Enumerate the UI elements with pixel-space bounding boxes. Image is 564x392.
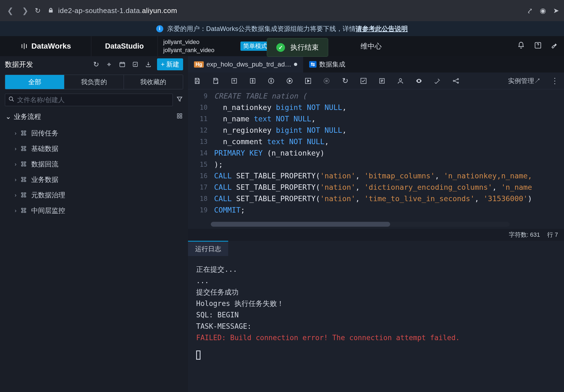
status-row: 行 7 <box>547 231 558 239</box>
save-icon[interactable] <box>193 77 202 84</box>
import-icon[interactable] <box>144 60 153 69</box>
mode-chip[interactable]: 简单模式 <box>240 42 270 51</box>
reload2-icon[interactable]: ↻ <box>341 76 349 85</box>
tools-icon[interactable] <box>433 77 442 84</box>
run-icon[interactable] <box>285 77 294 84</box>
cost-icon[interactable] <box>267 77 275 84</box>
tree-item[interactable]: ›元数据治理 <box>0 187 188 203</box>
instance-link[interactable]: 实例管理↗ <box>508 77 541 85</box>
tree-item-label: 中间层监控 <box>31 206 65 215</box>
search-input[interactable] <box>17 96 169 104</box>
eye-icon[interactable] <box>415 77 423 84</box>
back-arrow-icon[interactable]: ❮ <box>5 6 15 15</box>
grid-icon[interactable] <box>177 113 183 121</box>
share-icon[interactable]: ⤤ <box>527 7 533 15</box>
notice-link[interactable]: 请参考此公告说明 <box>356 25 408 32</box>
chevron-right-icon: › <box>15 207 17 214</box>
studio-name[interactable]: DataStudio <box>91 36 158 56</box>
svg-rect-1 <box>120 62 125 67</box>
tab-mine[interactable]: 我负责的 <box>64 75 123 89</box>
submit-icon[interactable] <box>230 77 239 84</box>
tree-item[interactable]: ›回传任务 <box>0 125 188 141</box>
search-row <box>5 94 183 106</box>
editor-area: Hg exp_holo_dws_pub_trd_ad… ⇆ 数据集成 ↻ <box>188 56 564 392</box>
sidebar: 数据开发 ↻ ⌖ + 新建 全部 我负责的 <box>0 56 188 392</box>
tab-fav[interactable]: 我收藏的 <box>124 75 183 89</box>
help-icon[interactable] <box>534 42 542 51</box>
workflow-icon <box>20 130 27 137</box>
info-icon: i <box>156 25 163 32</box>
send-icon[interactable]: ➤ <box>553 7 559 15</box>
console-line: FAILED: Build connection error! The conn… <box>196 332 556 343</box>
file-tab-2-label: 数据集成 <box>319 60 345 69</box>
tree-list: ›回传任务›基础数据›数据回流›业务数据›元数据治理›中间层监控 <box>0 125 188 219</box>
commit-icon[interactable] <box>248 77 257 84</box>
console-line: SQL: BEGIN <box>196 309 556 321</box>
browser-bar: ❮ ❯ ↻ 🔒︎ ide2-ap-southeast-1.data.aliyun… <box>0 0 564 21</box>
tree-item[interactable]: ›数据回流 <box>0 156 188 172</box>
svg-point-18 <box>399 78 402 81</box>
check2-icon[interactable] <box>359 77 368 84</box>
code-editor[interactable]: 910111213141516171819 CREATE TABLE natio… <box>188 89 564 229</box>
file-tab-1[interactable]: Hg exp_holo_dws_pub_trd_ad… <box>188 56 303 72</box>
project-selector[interactable]: jollyant_video jollyant_rank_video <box>158 36 239 56</box>
unsaved-dot-icon <box>294 63 297 66</box>
sidebar-title: 数据开发 <box>5 60 33 69</box>
editor-toolbar: ↻ 实例管理↗ ⋮ <box>188 72 564 89</box>
code-body[interactable]: CREATE TABLE nation ( n_nationkey bigint… <box>211 89 564 216</box>
di-badge-icon: ⇆ <box>309 61 317 68</box>
sidebar-titlebar: 数据开发 ↻ ⌖ + 新建 <box>0 56 188 72</box>
url-bar[interactable]: ide2-ap-southeast-1.data.aliyun.com <box>58 7 177 15</box>
plus-icon: + <box>161 61 165 68</box>
tree-item[interactable]: ›业务数据 <box>0 172 188 187</box>
workflow-icon <box>20 207 27 214</box>
brand[interactable]: DataWorks <box>0 36 91 56</box>
lock-icon: 🔒︎ <box>48 7 54 14</box>
scrollbar-thumb[interactable] <box>211 222 390 227</box>
url-prefix: ide2-ap-southeast-1.data. <box>58 7 142 15</box>
reload-icon[interactable]: ↻ <box>35 7 41 15</box>
run-selected-icon[interactable] <box>304 77 312 84</box>
calendar-icon[interactable] <box>118 60 127 69</box>
save-as-icon[interactable] <box>211 77 220 84</box>
search-box[interactable] <box>5 94 173 106</box>
workflow-icon <box>20 145 27 152</box>
main-row: 数据开发 ↻ ⌖ + 新建 全部 我负责的 <box>0 56 564 392</box>
workflow-icon <box>20 176 27 183</box>
task-icon[interactable] <box>131 60 140 69</box>
wrench-icon[interactable] <box>551 42 559 51</box>
console-tab-log[interactable]: 运行日志 <box>188 241 228 256</box>
console-body[interactable]: 正在提交......提交任务成功Hologres 执行任务失败！SQL: BEG… <box>188 256 564 392</box>
url-domain: aliyun.com <box>142 7 177 15</box>
camera-icon[interactable]: ◉ <box>540 7 546 15</box>
stop-icon <box>322 77 331 84</box>
forward-arrow-icon[interactable]: ❯ <box>20 6 30 15</box>
tree-item-label: 回传任务 <box>31 129 58 138</box>
cursor-icon <box>196 350 200 360</box>
locate-icon[interactable]: ⌖ <box>105 60 114 69</box>
horizontal-scrollbar[interactable] <box>211 222 510 227</box>
user-icon[interactable] <box>396 77 405 84</box>
svg-rect-2 <box>133 62 137 67</box>
more-icon[interactable]: ⋮ <box>550 76 559 85</box>
file-tab-2[interactable]: ⇆ 数据集成 <box>303 56 351 72</box>
filter-icon[interactable] <box>176 96 183 105</box>
status-strip: 字符数: 631 行 7 <box>188 229 564 241</box>
toast: ✓ 执行结束 <box>267 38 328 57</box>
notice-text: 亲爱的用户：DataWorks公共数据集成资源组能力将要下线，详情 <box>167 25 356 32</box>
file-tabs: Hg exp_holo_dws_pub_trd_ad… ⇆ 数据集成 <box>188 56 564 72</box>
svg-point-22 <box>457 82 458 83</box>
tree-header[interactable]: ⌄ 业务流程 <box>0 108 188 125</box>
refresh-icon[interactable]: ↻ <box>92 60 101 69</box>
hg-badge: Hg <box>194 61 204 68</box>
graph-icon[interactable] <box>452 77 460 84</box>
tree-item[interactable]: ›基础数据 <box>0 141 188 156</box>
tree-item[interactable]: ›中间层监控 <box>0 203 188 218</box>
sidebar-tabs: 全部 我负责的 我收藏的 <box>5 75 183 89</box>
workflow-icon <box>20 192 27 199</box>
tab-all[interactable]: 全部 <box>5 75 64 89</box>
bell-icon[interactable] <box>517 42 525 51</box>
search-icon <box>8 96 14 104</box>
format-icon[interactable] <box>378 77 386 84</box>
new-button[interactable]: + 新建 <box>157 58 183 70</box>
